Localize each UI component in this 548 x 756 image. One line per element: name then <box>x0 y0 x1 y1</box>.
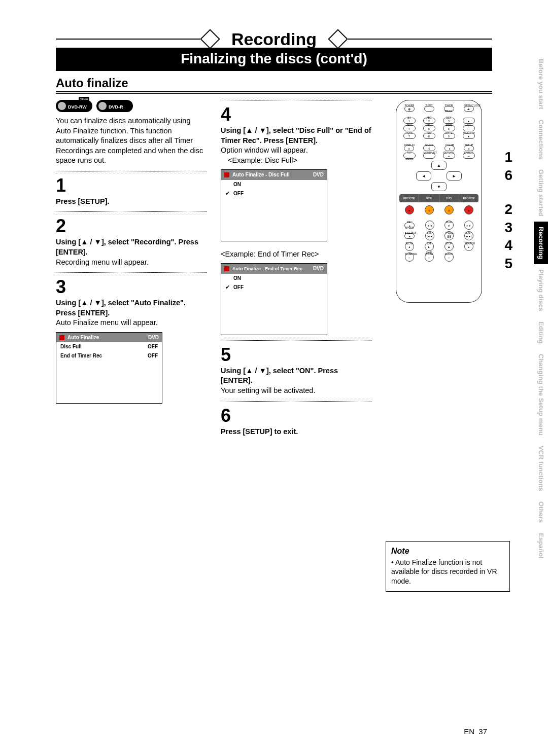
remote-btn-x13: ▶x1.3/0.8● <box>404 233 415 239</box>
side-tabs: Before you start Connections Getting sta… <box>534 54 548 563</box>
remote-btn-rec2: ● <box>464 205 473 214</box>
badge-dvd-r <box>96 100 133 112</box>
remote-btn-recspeed: REC SPEED● <box>404 223 415 228</box>
remote-btn-return: ↩RETURN <box>443 153 455 159</box>
banner-diamond-left <box>200 30 220 48</box>
osd-icon <box>224 266 229 271</box>
step-6-num: 6 <box>221 407 371 425</box>
tab-others: Others <box>534 496 548 528</box>
remote-label: TOP MENU <box>404 150 415 162</box>
section-heading: Auto finalize <box>56 76 492 90</box>
remote-label: CH <box>463 122 474 128</box>
osd-row: ON <box>221 274 327 283</box>
osd-row-label: Disc Full <box>60 343 148 350</box>
remote-mode-rec: REC/OTR <box>399 194 419 202</box>
remote-dpad-right: ► <box>447 171 462 181</box>
osd-check: ✔ <box>225 190 231 197</box>
remote-label: AUDIO <box>445 249 453 259</box>
remote-btn-tset: T-SET <box>424 106 434 112</box>
step-2-text: Recording menu will appear. <box>56 258 207 268</box>
remote-label: TUV <box>424 130 435 136</box>
osd-disc-full: Auto Finalize - Disc Full DVD ON ✔ OFF <box>221 169 327 241</box>
note-text: • Auto Finalize function is not availabl… <box>391 558 504 587</box>
remote-label: PAUSE <box>445 228 453 237</box>
remote-btn-power: POWER⏻ <box>404 106 415 112</box>
step-2-num: 2 <box>56 217 207 235</box>
step-3-num: 3 <box>56 278 207 296</box>
remote-btn-rec1: ● <box>405 205 414 214</box>
remote-label: VIDEO/TV <box>463 130 474 136</box>
remote-btn-enter: ↵ENTER <box>463 153 475 159</box>
remote-label: SEARCH <box>465 239 473 248</box>
remote-label: RETURN <box>443 150 455 156</box>
osd-dvd-label: DVD <box>313 171 324 178</box>
osd-icon <box>59 335 64 340</box>
page-number: EN 37 <box>464 727 487 736</box>
remote-mode-dvd: DVD <box>439 194 459 202</box>
osd-row-label: OFF <box>233 284 323 291</box>
remote-btn-7: PQRS7 <box>403 133 416 139</box>
remote-label: ZOOM <box>425 249 433 259</box>
osd-row: ✔ OFF <box>221 189 327 198</box>
remote-label: OPEN/CLOSE <box>464 103 473 109</box>
remote-label: DUBBING <box>405 249 414 259</box>
remote-btn-search: SEARCH● <box>464 242 473 251</box>
remote-label: DISPLAY <box>404 142 414 148</box>
remote-label: MENU/LIST <box>424 150 435 156</box>
osd-row: ON <box>221 180 327 189</box>
divider <box>56 211 207 212</box>
remote-dpad-left: ◄ <box>416 171 431 181</box>
osd-row-label: End of Timer Rec <box>60 352 148 359</box>
remote-btn-vcr: ⊙ <box>425 205 434 214</box>
col-middle: 4 Using [▲ / ▼], select "Disc Full" or "… <box>221 100 371 592</box>
sub-title: Finalizing the discs (cont'd) <box>56 48 492 71</box>
badge-video-tag: Video <box>79 97 89 101</box>
remote-label: JKL <box>424 122 435 128</box>
remote-dpad: ▲ ▼ ◄ ► <box>416 161 462 191</box>
tab-vcr-functions: VCR functions <box>534 441 548 496</box>
step-4-text: Option window will appear. <box>221 146 371 156</box>
main-title: Recording <box>220 29 328 49</box>
osd-title-text: Auto Finalize - Disc Full <box>232 171 290 178</box>
step-2-instruction: Using [▲ / ▼], select "Recording". Press… <box>56 237 207 257</box>
remote-btn-menu-list: MENU/LIST <box>423 153 435 159</box>
col-remote: POWER⏻ T-SET TIMER PROG. OPEN/CLOSE⏏ @/:… <box>386 100 492 592</box>
remote-label: SKIP <box>465 228 473 237</box>
remote-btn-8: TUV8 <box>423 133 435 139</box>
callout-3: 3 <box>504 219 512 236</box>
remote-btn-audio: AUDIO○ <box>444 253 454 262</box>
remote-label: ▶x1.3/0.8 <box>405 230 414 236</box>
osd-icon <box>224 172 229 177</box>
remote-label: STOP <box>445 239 453 248</box>
tab-espanol: Español <box>534 528 548 564</box>
osd-row: Disc Full OFF <box>56 342 162 351</box>
osd-check: ✔ <box>225 283 231 291</box>
section-underline <box>56 91 492 94</box>
osd-row: ✔ OFF <box>221 282 327 292</box>
divider <box>221 340 371 341</box>
step-4-num: 4 <box>221 105 371 124</box>
remote-label: ABC <box>424 115 435 121</box>
remote-control-illustration: POWER⏻ T-SET TIMER PROG. OPEN/CLOSE⏏ @/:… <box>396 100 482 303</box>
tab-changing-setup: Changing the Setup menu <box>534 349 548 441</box>
step-5-instruction: Using [▲ / ▼], select "ON". Press [ENTER… <box>221 366 371 386</box>
osd-title-text: Auto Finalize - End of Timer Rec <box>232 266 302 272</box>
step-3-instruction: Using [▲ / ▼], select "Auto Finalize". P… <box>56 298 207 318</box>
remote-label: POWER <box>405 103 414 109</box>
banner-diamond-right <box>328 30 348 48</box>
osd-dvd-label: DVD <box>313 265 324 272</box>
remote-label: SLOW <box>405 239 414 248</box>
tab-before-you-start: Before you start <box>534 54 548 115</box>
divider <box>221 100 371 100</box>
callout-2: 2 <box>504 201 512 218</box>
remote-label: MNO <box>443 122 455 128</box>
step-6-instruction: Press [SETUP] to exit. <box>221 427 371 437</box>
osd-row-label: OFF <box>233 190 323 197</box>
remote-label: CLEAR <box>445 142 454 148</box>
osd-end-timer: Auto Finalize - End of Timer Rec DVD ON … <box>221 263 327 335</box>
remote-label: DEF <box>443 115 455 121</box>
remote-label: PLAY <box>445 218 453 227</box>
step-1-instruction: Press [SETUP]. <box>56 197 207 207</box>
remote-label: PQRS <box>404 130 415 136</box>
remote-label: WXYZ <box>443 130 455 136</box>
